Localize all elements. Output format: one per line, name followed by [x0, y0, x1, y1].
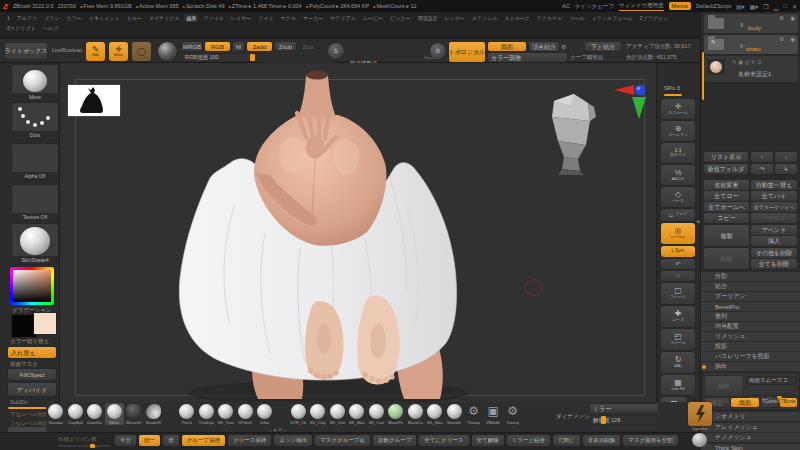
- menu-item[interactable]: レンダー: [442, 14, 466, 22]
- move-3d-button[interactable]: ✚ムーブ: [661, 306, 695, 327]
- curve-refine-button[interactable]: カーブ精密化: [570, 55, 603, 61]
- paste-button[interactable]: ペースト: [751, 213, 797, 223]
- default-zscript-button[interactable]: DefaultZScript: [696, 3, 731, 9]
- brush-item[interactable]: Inflat: [255, 403, 275, 425]
- brush-item[interactable]: hPolish: [236, 403, 256, 425]
- action-button[interactable]: マスク箇所を分割: [623, 435, 678, 446]
- section-header[interactable]: 結合: [701, 282, 800, 291]
- quicksave-button[interactable]: クイックセーブ: [575, 3, 614, 10]
- swap-color-button[interactable]: 入れ替え: [8, 347, 56, 358]
- brush-item[interactable]: Transp: [503, 403, 523, 425]
- brush-item[interactable]: SK_Can: [367, 403, 387, 425]
- section-header[interactable]: 均等配置: [701, 322, 800, 331]
- section-header[interactable]: アレイメッシュ: [701, 423, 800, 432]
- menu-item[interactable]: ブラシ: [42, 14, 61, 22]
- brush-item[interactable]: SK_Slas: [347, 403, 367, 425]
- menu-item[interactable]: ツール: [567, 14, 586, 22]
- action-button[interactable]: クリース保持: [228, 435, 271, 446]
- menus-toggle-button[interactable]: Menus: [669, 2, 692, 10]
- menu-item[interactable]: アルファ: [15, 14, 39, 22]
- texture-selector-thumb[interactable]: Texture Off: [12, 185, 58, 221]
- brush-item[interactable]: MoveInf: [124, 403, 144, 425]
- menu-item[interactable]: ドキュメント: [87, 14, 122, 22]
- menu-item[interactable]: レイヤー: [229, 14, 253, 22]
- scroll-button[interactable]: ✛スクロール: [661, 99, 695, 119]
- delete-all-button[interactable]: 全てを削除: [751, 259, 797, 269]
- undo-history-button[interactable]: ↶: [661, 259, 695, 269]
- brush-item[interactable]: SK_Slas: [425, 403, 445, 425]
- rgb-intensity-slider[interactable]: RGB強度 100: [182, 53, 256, 62]
- menu-item[interactable]: マーカー: [301, 14, 325, 22]
- spix-slider[interactable]: SPix 3: [664, 86, 680, 92]
- action-button[interactable]: 同一: [139, 435, 160, 446]
- gear-icon[interactable]: ⚙: [561, 44, 566, 50]
- action-button[interactable]: 半分: [115, 435, 136, 446]
- fill-object-button[interactable]: FillObject: [8, 369, 56, 380]
- brush-item[interactable]: SK_Clay: [308, 403, 328, 425]
- brush-item[interactable]: ClayBuil: [66, 403, 86, 425]
- mirror-header-button[interactable]: ミラー: [590, 404, 658, 413]
- zsub-button[interactable]: Zsub: [275, 42, 296, 51]
- tcorner-button[interactable]: TCorne: [761, 398, 778, 407]
- perspective-button[interactable]: ◇パース: [661, 187, 695, 207]
- slider-handle[interactable]: [90, 444, 95, 448]
- section-header[interactable]: Thick Skin: [701, 444, 800, 450]
- layout-icon[interactable]: ▤▾: [736, 3, 745, 10]
- action-button[interactable]: 自動グループ: [373, 435, 416, 446]
- section-header[interactable]: 投影: [701, 342, 800, 351]
- stroke-s-icon[interactable]: S: [328, 43, 344, 59]
- stroke-selector-thumb[interactable]: Dots: [12, 103, 58, 139]
- list-view-button[interactable]: リスト表示: [704, 152, 748, 162]
- action-button[interactable]: エッジ検出: [274, 435, 312, 446]
- topological-button[interactable]: トポロジカル: [449, 42, 485, 62]
- auto-sort-button[interactable]: 自動並べ替え: [751, 180, 797, 190]
- subtool-mini-icons[interactable]: ✎ ◉ ◎ ✛ ⊙: [732, 60, 762, 66]
- menu-item[interactable]: ファイル: [201, 14, 225, 22]
- all-high-button[interactable]: 全てハイ: [751, 191, 797, 201]
- section-header[interactable]: BevelPro: [701, 302, 800, 311]
- actual-size-button[interactable]: 1:1実サイズ: [661, 143, 695, 163]
- subtool-row-shatu[interactable]: ✎ 6 shatu ⚙ ◉: [704, 35, 798, 54]
- append-button[interactable]: アペンド: [751, 225, 797, 235]
- subtool-scrollbar[interactable]: [702, 52, 704, 100]
- move-out-folder-button[interactable]: ↳: [775, 164, 797, 174]
- menu-item[interactable]: 1: [5, 14, 12, 22]
- weld-points-button[interactable]: 頂点結合: [529, 42, 559, 51]
- eye-icon[interactable]: ◉: [790, 16, 795, 22]
- axis-gizmo[interactable]: [612, 81, 656, 121]
- panels-icon[interactable]: ▦▾: [750, 3, 759, 10]
- action-button[interactable]: ミラーと結合: [507, 435, 550, 446]
- brush-item[interactable]: MaskPe: [386, 403, 406, 425]
- menu-item[interactable]: ムービー: [361, 14, 385, 22]
- double-smooth-slider[interactable]: 両面スムーズ 2: [746, 376, 797, 385]
- menu-item[interactable]: マテリアル: [328, 14, 358, 22]
- section-header[interactable]: ナノメッシュ: [701, 433, 800, 442]
- menu-item[interactable]: ヘルプ: [41, 24, 60, 32]
- menu-item[interactable]: Zプラグイン: [638, 14, 671, 22]
- double-sided-button[interactable]: 両面: [488, 42, 526, 51]
- brush-selector-thumb[interactable]: Move: [12, 65, 58, 101]
- all-target-button[interactable]: 全てターゲットへ: [751, 202, 797, 212]
- current-brush-icon[interactable]: [158, 42, 177, 61]
- eye-icon[interactable]: ◉: [790, 37, 795, 43]
- document-thumbnail[interactable]: [68, 85, 120, 116]
- minimize-icon[interactable]: ▁: [774, 3, 779, 10]
- action-button[interactable]: 非表示削除: [583, 435, 621, 446]
- move-gizmo-button[interactable]: ✛Move: [109, 42, 128, 61]
- rename-button[interactable]: 名前変更: [704, 180, 749, 190]
- del-higher-button[interactable]: 上位レベル削除: [10, 421, 49, 427]
- brush-item[interactable]: SK_Clot: [328, 403, 348, 425]
- brush-item[interactable]: DTR_Ck: [289, 403, 309, 425]
- close-icon[interactable]: ✕: [792, 3, 797, 10]
- local-symmetry-button[interactable]: L.Sym: [661, 246, 695, 257]
- menu-item[interactable]: ライト: [256, 14, 275, 22]
- document-canvas[interactable]: [60, 63, 656, 404]
- floor-grid-button[interactable]: ▭フロア: [661, 209, 695, 221]
- alpha-selector-thumb[interactable]: Alpha Off: [12, 144, 58, 180]
- frame-button[interactable]: ▢フレーム: [661, 283, 695, 304]
- menu-item[interactable]: テクスチャ: [535, 14, 565, 22]
- mrgb-button[interactable]: MRGB: [182, 42, 202, 51]
- menu-item[interactable]: トランスフォーム: [590, 14, 635, 22]
- brush-item[interactable]: Smooth: [445, 403, 465, 425]
- color-adjust-button[interactable]: カラー調整: [488, 53, 567, 62]
